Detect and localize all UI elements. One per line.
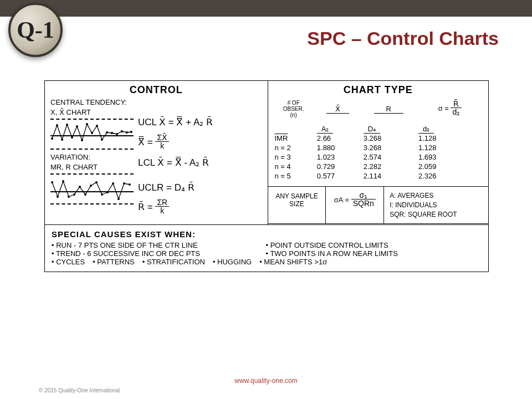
table-header: A₂ D₄ d₂ — [273, 124, 484, 134]
q1-logo: Q-1 — [8, 3, 63, 57]
cause-item: • TREND - 6 SUCCESSIVE INC OR DEC PTS — [52, 249, 258, 258]
chart-type-header-row: # OF OBSER. (n) X̄ R σ = R̄d₂ — [273, 99, 484, 119]
svg-point-10 — [101, 139, 103, 141]
svg-point-6 — [81, 139, 83, 141]
svg-point-7 — [86, 123, 88, 125]
svg-point-1 — [56, 124, 58, 126]
svg-point-17 — [51, 181, 53, 183]
svg-point-29 — [117, 198, 120, 200]
central-tendency-label: CENTRAL TENDENCY: — [50, 98, 262, 107]
svg-point-0 — [51, 137, 53, 140]
ucl-dashed-line — [50, 119, 134, 120]
svg-point-16 — [130, 131, 132, 133]
chart-type-heading: CHART TYPE — [273, 84, 484, 96]
cause-item: • TWO POINTS IN A ROW NEAR LIMITS — [265, 249, 397, 258]
svg-point-3 — [66, 124, 68, 126]
slide-content: CONTROL CENTRAL TENDENCY: X, X̄ CHART VA… — [44, 80, 489, 272]
svg-point-22 — [79, 186, 81, 188]
svg-point-19 — [62, 180, 64, 182]
top-bar — [0, 0, 532, 17]
r-chart-sketch — [50, 177, 262, 201]
page-title: SPC – Control Charts — [307, 28, 499, 49]
table-row: n = 21.8803.2681.128 — [273, 143, 484, 152]
svg-point-31 — [129, 183, 131, 186]
special-causes-heading: SPECIAL CAUSES EXIST WHEN: — [52, 229, 482, 239]
cause-item: • CYCLES — [52, 258, 85, 266]
any-sample-size-label: ANY SAMPLE SIZE — [268, 187, 326, 223]
svg-point-18 — [57, 196, 59, 198]
legend-block: A: AVERAGES I: INDIVIDUALS SQR: SQUARE R… — [384, 187, 488, 223]
cause-item: • MEAN SHIFTS >1σ — [259, 258, 327, 266]
control-heading: CONTROL — [50, 84, 262, 96]
svg-point-26 — [101, 193, 103, 196]
table-row: IMR2.663.2681.128 — [273, 134, 484, 143]
svg-point-25 — [95, 181, 98, 183]
svg-point-9 — [96, 125, 98, 127]
r-ucl-dashed — [50, 173, 134, 175]
table-row: n = 50.5772.1142.326 — [273, 171, 484, 181]
svg-point-20 — [68, 196, 70, 198]
svg-point-30 — [123, 182, 125, 185]
svg-point-8 — [91, 132, 93, 134]
svg-point-12 — [111, 132, 113, 134]
special-causes-panel: SPECIAL CAUSES EXIST WHEN: • RUN - 7 PTS… — [45, 225, 488, 272]
formula-rbar: R̄ = ΣRk — [138, 200, 262, 216]
svg-point-11 — [106, 131, 108, 134]
svg-point-14 — [121, 130, 123, 132]
cause-item: • STRATIFICATION — [142, 258, 205, 266]
cause-item: • HUGGING — [213, 258, 252, 266]
control-panel: CONTROL CENTRAL TENDENCY: X, X̄ CHART VA… — [45, 81, 268, 224]
chart-type-panel: CHART TYPE # OF OBSER. (n) X̄ R σ = R̄d₂ — [268, 81, 489, 224]
svg-point-28 — [112, 182, 114, 185]
sigma-a-formula: σA = σ₁SQRn — [326, 187, 384, 223]
table-row: n = 40.7292.2822.059 — [273, 162, 484, 171]
cause-item: • PATTERNS — [93, 258, 135, 266]
constants-table: A₂ D₄ d₂ IMR2.663.2681.128 n = 21.8803.2… — [273, 124, 484, 181]
cause-item: • RUN - 7 PTS ONE SIDE OF THE CTR LINE — [52, 241, 258, 249]
svg-point-21 — [73, 193, 75, 196]
footer-url: www.quality-one.com — [0, 377, 532, 385]
formula-lclx: LCL X̄ = X̿ - A₂ R̄ — [138, 155, 262, 170]
copyright-text: © 2015 Quality-One International — [39, 387, 120, 393]
svg-point-24 — [90, 185, 92, 187]
svg-point-4 — [71, 136, 73, 139]
cause-item: • POINT OUTSIDE CONTROL LIMITS — [265, 241, 388, 249]
logo-text: Q-1 — [17, 17, 54, 43]
lcl-dashed-line — [50, 149, 134, 150]
svg-point-23 — [84, 193, 86, 196]
svg-point-5 — [76, 125, 78, 127]
svg-point-15 — [126, 131, 128, 134]
table-row: n = 31.0232.5741.693 — [273, 152, 484, 162]
svg-point-2 — [61, 139, 63, 141]
r-lcl-dashed — [50, 203, 134, 204]
